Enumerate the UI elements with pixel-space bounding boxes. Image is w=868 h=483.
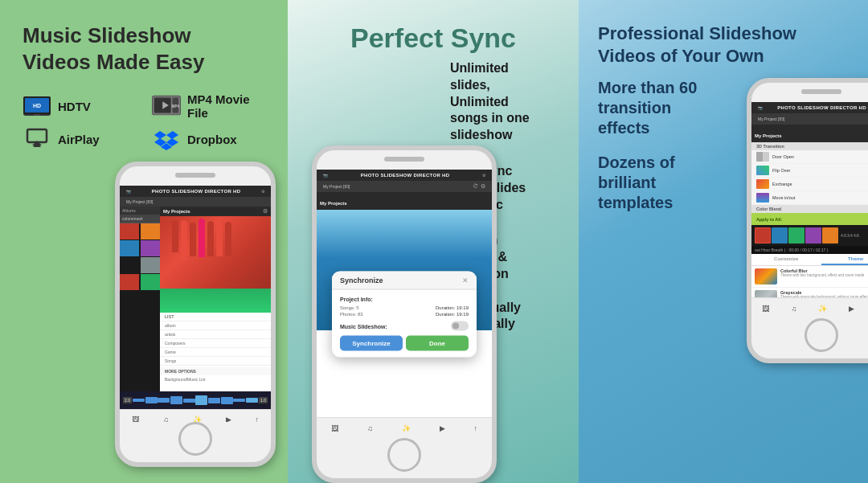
apply-all-label: Apply to All:: [756, 217, 782, 222]
list-item-songs: Songs: [160, 357, 271, 366]
photo-thumb-1: [120, 223, 139, 239]
project-info-label: Project Info:: [340, 297, 469, 302]
theme-tabs: Customize Theme: [751, 254, 868, 266]
bottom-toolbar-left: 🖼 ♫ ✨ ▶ ↑: [120, 409, 271, 422]
colorful-blur-desc: Theme with blur background, effect and z…: [780, 273, 864, 278]
app-project-middle: My Project [83]: [323, 184, 350, 189]
app-subheader-middle: My Project [83] ⏱ ⚙: [317, 181, 492, 192]
photo-thumb-2: [141, 223, 160, 239]
color-blend-label: Color Blend: [751, 205, 868, 213]
photo-thumb-6: [141, 257, 160, 273]
sync-close-btn[interactable]: ✕: [462, 276, 469, 284]
hdtv-svg: HD: [23, 96, 51, 116]
transition-exchange: Exchange: [751, 178, 868, 191]
phone-mockup-middle: 📷 PHOTO SLIDESHOW DIRECTOR HD ⚙ My Proje…: [312, 145, 497, 483]
waveform: [133, 395, 258, 406]
app-project-left: My Project [83]: [126, 199, 153, 204]
phone-frame-right: 📷 PHOTO SLIDESHOW DIRECTOR HD ⚙ My Proje…: [747, 78, 868, 363]
tulip-image: [160, 216, 271, 313]
app-project-right: My Project [83]: [758, 117, 784, 121]
camera-icon-small: 📷: [126, 189, 131, 194]
photo-thumb-3: [120, 240, 139, 256]
projects-label-mid: My Projects: [317, 192, 492, 210]
svg-rect-10: [27, 129, 47, 142]
gear-icon-mid: ⚙: [481, 183, 485, 190]
done-button[interactable]: Done: [406, 336, 469, 351]
phone-frame-left: 📷 PHOTO SLIDESHOW DIRECTOR HD ⚙ My Proje…: [115, 162, 276, 467]
effects-icon-bt: ✨: [193, 415, 202, 423]
photo-thumb-5: [120, 257, 139, 273]
photos-icon-bt: 🖼: [132, 415, 139, 423]
right-panel-title: Professional Slideshow Videos of Your Ow…: [598, 23, 852, 67]
feature-unlimited: Unlimited slides, Unlimited songs in one…: [450, 60, 569, 144]
move-inout-thumb: [756, 193, 769, 203]
main-content-area: My Projects ⚙: [160, 207, 271, 391]
projects-header: My Projects ⚙: [160, 207, 271, 216]
dropbox-svg: [154, 128, 178, 150]
phone-screen-left: 📷 PHOTO SLIDESHOW DIRECTOR HD ⚙ My Proje…: [120, 186, 271, 422]
svg-rect-3: [34, 114, 40, 116]
mp4-svg: MP4: [152, 95, 181, 117]
exchange-label: Exchange: [772, 182, 792, 186]
albums-sidebar: Albums colorsmash: [120, 207, 160, 391]
airplay-svg: [26, 128, 48, 150]
phone-screen-right: 📷 PHOTO SLIDESHOW DIRECTOR HD ⚙ My Proje…: [751, 102, 868, 318]
photo-mini-grid: [120, 223, 160, 290]
sync-dialog-body: Project Info: Songs: 5 Duration: 19:19 P…: [332, 290, 477, 358]
feature-unlimited-text: Unlimited slides, Unlimited songs in one…: [450, 60, 569, 144]
middle-panel: Perfect Sync Unlimited slides, Unlimited…: [288, 0, 579, 483]
move-inout-label: Move in/out: [772, 195, 795, 200]
waveform-area: 2.0 1.0: [120, 391, 271, 409]
app-header-middle: 📷 PHOTO SLIDESHOW DIRECTOR HD ⚙: [317, 170, 492, 181]
airplay-icon: [23, 128, 51, 150]
list-item-artists: artists: [160, 330, 271, 339]
music-icon-bt: ♫: [163, 415, 169, 423]
sync-buttons: Synchronize Done: [340, 336, 469, 351]
bottom-toolbar-right: 🖼 ♫ ✨ ▶ ↑: [751, 297, 868, 318]
more-than-60-text: More than 60 transition effects: [598, 78, 739, 138]
bottom-toolbar-mid: 🖼 ♫ ✨ ▶ ↑: [317, 417, 492, 438]
sync-toggle[interactable]: [451, 321, 469, 331]
list-label-list: LIST: [160, 313, 271, 321]
list-bgmusic: Background/Music List: [160, 375, 271, 383]
app-header-right: 📷 PHOTO SLIDESHOW DIRECTOR HD ⚙: [751, 102, 868, 113]
tab-theme[interactable]: Theme: [821, 254, 869, 265]
colorful-blur-info: Colorful Blur Theme with blur background…: [780, 268, 864, 278]
list-area: LIST album artists Composers Genre Songs…: [160, 313, 271, 391]
list-options-label: MORE OPTIONS: [160, 367, 271, 375]
door-open-thumb: [756, 152, 769, 162]
svg-text:HD: HD: [33, 103, 41, 108]
share-icon-bt: ↑: [255, 415, 259, 423]
svg-text:MP4: MP4: [172, 104, 180, 108]
albums-label-small: Albums: [120, 207, 160, 215]
right-panel: Professional Slideshow Videos of Your Ow…: [579, 0, 868, 483]
feature-mp4: MP4 MP4 Movie File: [152, 92, 268, 120]
transition-list: 3D Transition Door Open Flip Over Exchan…: [751, 142, 868, 225]
templates-highlight: Dozens of brilliant templates: [598, 153, 739, 213]
feature-hdtv: HD HDTV: [23, 92, 139, 120]
transition-flip-over: Flip Over: [751, 164, 868, 178]
sync-music-row: Music Slideshow:: [340, 321, 469, 331]
sync-dialog[interactable]: Synchronize ✕ Project Info: Songs: 5 Dur…: [332, 272, 477, 358]
dozens-text: Dozens of brilliant templates: [598, 153, 739, 213]
synchronize-button[interactable]: Synchronize: [340, 336, 403, 351]
play-icon-bt: ▶: [226, 415, 231, 423]
sync-dialog-header: Synchronize ✕: [332, 272, 477, 290]
clock-icon-mid: ⏱: [473, 183, 478, 190]
exchange-thumb: [756, 179, 769, 189]
tab-customize[interactable]: Customize: [751, 254, 821, 265]
colorsmash-label: colorsmash: [120, 215, 160, 223]
apply-all-row: Apply to All:: [751, 213, 868, 225]
left-app-body: Albums colorsmash: [120, 207, 271, 391]
phone-mockup-left: 📷 PHOTO SLIDESHOW DIRECTOR HD ⚙ My Proje…: [115, 162, 288, 483]
right-phone-col: 📷 PHOTO SLIDESHOW DIRECTOR HD ⚙ My Proje…: [747, 78, 868, 363]
thumb-strip: 4:6 3:4 4:6: [751, 225, 868, 246]
flip-over-thumb: [756, 166, 769, 175]
theme-colorful-blur: Colorful Blur Theme with blur background…: [751, 266, 868, 288]
transition-highlight: More than 60 transition effects: [598, 78, 739, 138]
settings-icon-left: ⚙: [263, 208, 268, 215]
sync-songs-row: Songs: 5 Duration: 19:19: [340, 305, 469, 310]
mp4-label: MP4 Movie File: [187, 92, 268, 120]
photo-thumb-8: [141, 274, 160, 290]
right-panel-body: More than 60 transition effects Dozens o…: [598, 78, 852, 363]
